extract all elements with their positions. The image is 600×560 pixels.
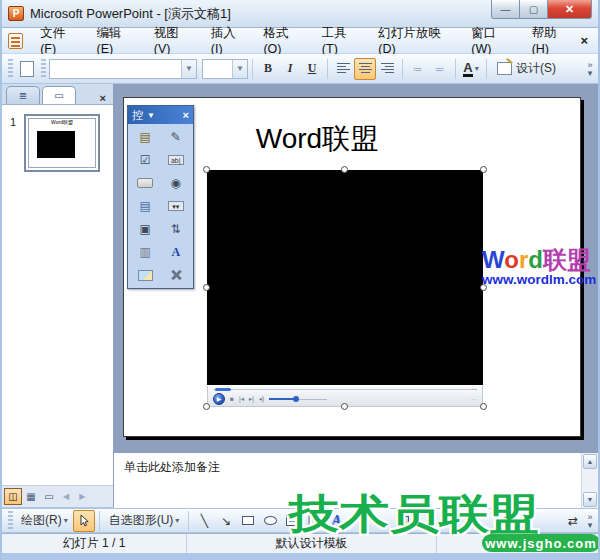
- align-right-button[interactable]: [376, 58, 398, 80]
- close-toolbox-icon[interactable]: ×: [183, 109, 189, 121]
- control-toolbox: 控 ▼ × ▤ ✎ ☑ ab| ◉ ▤ ▾▾ ▣ ⇅ ▥ A: [127, 105, 194, 289]
- volume-icon[interactable]: ◂): [259, 394, 264, 404]
- resize-handle-bottom-right[interactable]: [480, 403, 487, 410]
- scrollbar-icon[interactable]: ▥: [130, 242, 161, 262]
- scroll-down-icon[interactable]: ▼: [583, 492, 597, 507]
- play-button[interactable]: ▶: [213, 393, 225, 405]
- thumbnail-video-rect: [37, 131, 75, 159]
- seek-track[interactable]: [213, 389, 477, 390]
- powerpoint-app-icon: P: [8, 6, 24, 21]
- resize-handle-top-center[interactable]: [341, 166, 348, 173]
- toolbar-options-button[interactable]: »▾: [584, 61, 598, 77]
- option-button-icon[interactable]: ◉: [161, 173, 192, 193]
- slide-sorter-view-button[interactable]: ▦: [22, 488, 40, 505]
- stop-button[interactable]: ■: [230, 394, 234, 404]
- bullets-button[interactable]: ≕: [429, 58, 451, 80]
- align-center-button[interactable]: [354, 58, 376, 80]
- arrow-style-button[interactable]: ⇄: [562, 510, 584, 532]
- normal-view-button[interactable]: ◫: [4, 488, 22, 505]
- control-toolbox-titlebar[interactable]: 控 ▼ ×: [128, 106, 193, 124]
- slide-editing-area: Word联盟 -• •• ▶ ■ |◂ ▸| ◂: [114, 84, 598, 452]
- draw-menu-button[interactable]: 绘图(R) ▾: [16, 510, 73, 532]
- bold-button[interactable]: B: [257, 58, 279, 80]
- properties-icon[interactable]: ▤: [130, 127, 161, 147]
- toolbar-grip[interactable]: [41, 59, 46, 79]
- slide-thumbnail[interactable]: Word联盟: [24, 114, 100, 172]
- toolbar-grip[interactable]: [8, 59, 13, 79]
- close-pane-icon[interactable]: ×: [97, 92, 109, 104]
- resize-handle-middle-left[interactable]: [203, 284, 210, 291]
- numbered-list-icon: ≔: [413, 64, 423, 74]
- chevron-down-icon[interactable]: ▼: [147, 111, 155, 120]
- close-presentation-icon[interactable]: ×: [580, 33, 588, 48]
- image-icon[interactable]: [130, 265, 161, 285]
- presentation-icon: [8, 33, 23, 49]
- toolbar-separator: [99, 511, 100, 531]
- arrow-tool-button[interactable]: ↘: [215, 510, 237, 532]
- scroll-right-icon[interactable]: ▶: [74, 492, 90, 501]
- toolbar-separator: [486, 59, 487, 79]
- font-size-combobox[interactable]: ▼: [202, 59, 248, 79]
- chevron-down-icon[interactable]: ▼: [232, 60, 247, 78]
- video-display-area[interactable]: [207, 170, 483, 385]
- tab-slides[interactable]: ▭: [42, 86, 76, 104]
- view-code-icon[interactable]: ✎: [161, 127, 192, 147]
- italic-button[interactable]: I: [279, 58, 301, 80]
- toggle-button-icon[interactable]: ▣: [130, 219, 161, 239]
- seek-progress: [215, 388, 231, 391]
- slideshow-view-button[interactable]: ▭: [40, 488, 58, 505]
- notes-placeholder[interactable]: 单击此处添加备注: [114, 453, 598, 476]
- spin-button-icon[interactable]: ⇅: [161, 219, 192, 239]
- volume-thumb[interactable]: [293, 396, 299, 402]
- combo-box-icon[interactable]: ▾▾: [161, 196, 192, 216]
- draw-label: 绘图(R): [21, 512, 62, 529]
- resize-handle-bottom-center[interactable]: [341, 403, 348, 410]
- line-tool-button[interactable]: ╲: [193, 510, 215, 532]
- toolbar-grip[interactable]: [8, 511, 13, 531]
- notes-scrollbar[interactable]: ▲ ▼: [581, 453, 598, 508]
- new-slide-button[interactable]: [16, 58, 38, 80]
- checkbox-icon[interactable]: ☑: [130, 150, 161, 170]
- more-controls-icon[interactable]: [161, 265, 192, 285]
- select-objects-button[interactable]: [73, 510, 95, 532]
- next-button[interactable]: ▸|: [249, 394, 254, 404]
- arrow-style-icon: ⇄: [568, 514, 578, 528]
- close-button[interactable]: ✕: [548, 0, 592, 19]
- maximize-button[interactable]: ▢: [520, 0, 548, 19]
- minimize-button[interactable]: —: [491, 0, 520, 19]
- chevron-down-icon[interactable]: ▾: [475, 64, 479, 73]
- scroll-left-icon[interactable]: ◀: [58, 492, 74, 501]
- align-left-button[interactable]: [332, 58, 354, 80]
- list-box-icon[interactable]: ▤: [130, 196, 161, 216]
- brand-suffix: 联盟: [543, 246, 591, 273]
- design-label: 设计(S): [516, 60, 556, 77]
- previous-button[interactable]: |◂: [239, 394, 244, 404]
- resize-handle-top-right[interactable]: [480, 166, 487, 173]
- scroll-up-icon[interactable]: ▲: [583, 454, 597, 469]
- chevron-down-icon[interactable]: ▼: [181, 60, 196, 78]
- volume-fill: [269, 398, 295, 400]
- font-color-button[interactable]: A ▾: [460, 58, 482, 80]
- volume-slider[interactable]: [269, 395, 327, 403]
- tab-outline[interactable]: ≣: [6, 86, 40, 104]
- seek-bar[interactable]: -• ••: [213, 386, 477, 392]
- align-right-icon: [381, 63, 394, 74]
- resize-handle-bottom-left[interactable]: [203, 403, 210, 410]
- numbering-button[interactable]: ≔: [407, 58, 429, 80]
- slide-thumbnail-row: 1 Word联盟: [2, 114, 113, 172]
- toolbar-options-button[interactable]: »▾: [584, 513, 598, 529]
- media-object[interactable]: -• •• ▶ ■ |◂ ▸| ◂): [207, 170, 483, 406]
- rectangle-tool-button[interactable]: [237, 510, 259, 532]
- align-center-icon: [359, 63, 372, 74]
- label-icon[interactable]: A: [161, 242, 192, 262]
- chevron-down-icon: ▾: [64, 516, 68, 525]
- underline-button[interactable]: U: [301, 58, 323, 80]
- autoshapes-button[interactable]: 自选图形(U) ▾: [104, 510, 185, 532]
- command-button-icon[interactable]: [130, 173, 161, 193]
- slide-design-button[interactable]: 设计(S): [491, 58, 562, 80]
- resize-handle-top-left[interactable]: [203, 166, 210, 173]
- font-name-combobox[interactable]: ▼: [49, 59, 197, 79]
- oval-tool-button[interactable]: [259, 510, 281, 532]
- textbox-icon[interactable]: ab|: [161, 150, 192, 170]
- bulleted-list-icon: ≕: [435, 64, 445, 74]
